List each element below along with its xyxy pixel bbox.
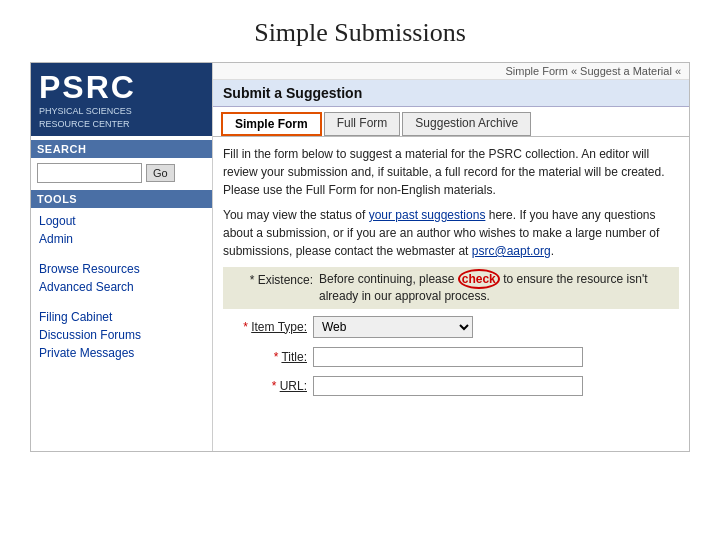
past-suggestions-link[interactable]: your past suggestions: [369, 208, 486, 222]
discussion-forums-link[interactable]: Discussion Forums: [31, 326, 212, 344]
existence-text: Before continuing, please check to ensur…: [319, 271, 673, 305]
sidebar-search-row: Go: [31, 158, 212, 188]
search-input[interactable]: [37, 163, 142, 183]
private-messages-link[interactable]: Private Messages: [31, 344, 212, 362]
content-area: Simple Form « Suggest a Material « Submi…: [213, 63, 689, 451]
breadcrumb: Simple Form « Suggest a Material «: [213, 63, 689, 80]
webmaster-email-link[interactable]: psrc@aapt.org: [472, 244, 551, 258]
url-input[interactable]: [313, 376, 583, 396]
admin-link[interactable]: Admin: [31, 230, 212, 248]
tab-simple-form[interactable]: Simple Form: [221, 112, 322, 136]
content-header: Submit a Suggestion: [213, 80, 689, 107]
existence-label: * Existence:: [229, 271, 319, 289]
existence-row: * Existence: Before continuing, please c…: [223, 267, 679, 309]
browse-resources-link[interactable]: Browse Resources: [31, 260, 212, 278]
check-word: check: [458, 269, 500, 289]
contact-paragraph: You may view the status of your past sug…: [223, 206, 679, 260]
browse-group: Browse Resources Advanced Search: [31, 256, 212, 298]
url-row: * URL:: [223, 374, 679, 398]
page-title: Simple Submissions: [254, 18, 466, 47]
logout-link[interactable]: Logout: [31, 212, 212, 230]
title-input[interactable]: [313, 347, 583, 367]
search-section-header: SEARCH: [31, 140, 212, 158]
search-go-button[interactable]: Go: [146, 164, 175, 182]
page-title-area: Simple Submissions: [0, 0, 720, 62]
intro-paragraph: Fill in the form below to suggest a mate…: [223, 145, 679, 199]
item-type-select[interactable]: Web Book Article Software Other: [313, 316, 473, 338]
tab-suggestion-archive[interactable]: Suggestion Archive: [402, 112, 531, 136]
title-row: * Title:: [223, 345, 679, 369]
suggestion-form: * Existence: Before continuing, please c…: [223, 267, 679, 398]
url-label: * URL:: [223, 377, 313, 395]
psrc-logo: PSRC PHYSICAL SCIENCES RESOURCE CENTER: [31, 63, 212, 136]
tab-full-form[interactable]: Full Form: [324, 112, 401, 136]
content-body: Fill in the form below to suggest a mate…: [213, 137, 689, 411]
item-type-label: * Item Type:: [223, 318, 313, 336]
item-type-row: * Item Type: Web Book Article Software O…: [223, 314, 679, 340]
filing-cabinet-link[interactable]: Filing Cabinet: [31, 308, 212, 326]
psrc-subtitle: PHYSICAL SCIENCES RESOURCE CENTER: [39, 105, 204, 130]
advanced-search-link[interactable]: Advanced Search: [31, 278, 212, 296]
main-container: PSRC PHYSICAL SCIENCES RESOURCE CENTER S…: [30, 62, 690, 452]
tools-group: Logout Admin: [31, 208, 212, 250]
tab-bar: Simple Form Full Form Suggestion Archive: [213, 107, 689, 137]
misc-group: Filing Cabinet Discussion Forums Private…: [31, 304, 212, 364]
tools-section-header: TOOLS: [31, 190, 212, 208]
sidebar: PSRC PHYSICAL SCIENCES RESOURCE CENTER S…: [31, 63, 213, 451]
title-label: * Title:: [223, 348, 313, 366]
psrc-letters: PSRC: [39, 71, 204, 103]
